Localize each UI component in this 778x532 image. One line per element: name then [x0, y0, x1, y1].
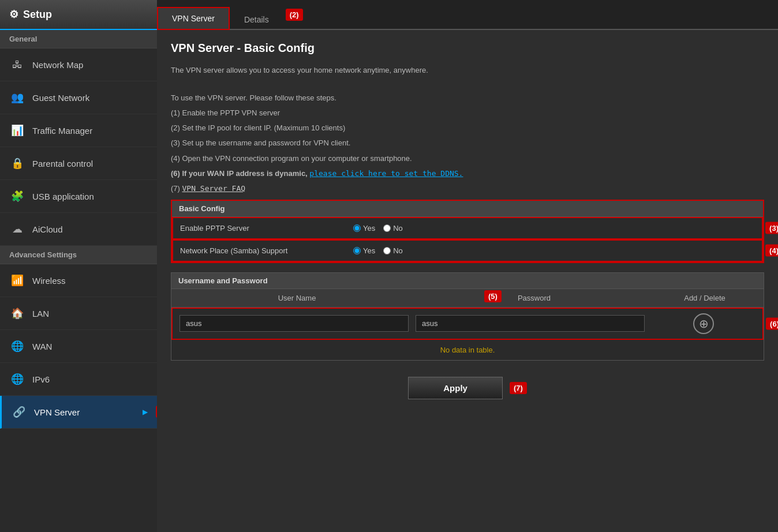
samba-label: Network Place (Samba) Support	[180, 246, 353, 255]
ipv6-icon: 🌐	[9, 371, 25, 387]
enable-pptp-yes-label: Yes	[363, 224, 375, 233]
apply-button[interactable]: Apply	[408, 377, 503, 399]
sidebar: ⚙ Setup General 🖧 Network Map 👥 Guest Ne…	[0, 0, 157, 532]
desc-line-4: (2) Set the IP pool for client IP. (Maxi…	[171, 122, 764, 134]
enable-pptp-label: Enable PPTP Server	[180, 224, 353, 233]
page-title: VPN Server - Basic Config	[171, 42, 764, 55]
username-cell	[179, 315, 409, 332]
enable-pptp-no-option[interactable]: No	[383, 224, 403, 233]
samba-yes-radio[interactable]	[353, 247, 361, 254]
ddns-link[interactable]: please click here to set the DDNS.	[309, 169, 463, 178]
badge-3: (3)	[765, 222, 778, 234]
sidebar-item-wireless[interactable]: 📶 Wireless	[0, 264, 157, 297]
samba-no-option[interactable]: No	[383, 246, 403, 255]
sidebar-item-label: VPN Server	[34, 407, 80, 417]
lan-icon: 🏠	[9, 305, 25, 321]
main-content: VPN Server Details (2) VPN Server - Basi…	[157, 0, 778, 532]
sidebar-item-label: Traffic Manager	[32, 126, 92, 136]
sidebar-item-label: AiCloud	[32, 224, 63, 234]
sidebar-item-label: WAN	[32, 342, 52, 351]
table-data-row: ⊕ (5) (6)	[171, 308, 764, 340]
general-section-title: General	[0, 30, 157, 48]
samba-controls: Yes No	[353, 246, 403, 255]
vpn-server-icon: 🔗	[11, 404, 27, 420]
tab-bar: VPN Server Details (2)	[157, 0, 778, 30]
setup-icon: ⚙	[9, 8, 18, 21]
no-data-message: No data in table.	[171, 340, 764, 360]
badge-2: (2)	[286, 9, 303, 21]
sidebar-header: ⚙ Setup	[0, 0, 157, 30]
sidebar-item-aicloud[interactable]: ☁ AiCloud	[0, 213, 157, 246]
desc-line-6: (4) Open the VPN connection program on y…	[171, 152, 764, 165]
traffic-manager-icon: 📊	[9, 122, 25, 138]
sidebar-item-ipv6[interactable]: 🌐 IPv6	[0, 363, 157, 396]
tab-details[interactable]: Details	[230, 9, 283, 30]
sidebar-item-traffic-manager[interactable]: 📊 Traffic Manager	[0, 114, 157, 147]
user-password-title: Username and Password	[171, 273, 764, 289]
description-block: The VPN server allows you to access your…	[171, 64, 764, 195]
sidebar-item-vpn-server[interactable]: 🔗 VPN Server	[0, 396, 157, 429]
badge-7: (7)	[510, 382, 527, 394]
password-cell	[416, 315, 645, 332]
enable-pptp-yes-radio[interactable]	[353, 224, 361, 232]
samba-yes-label: Yes	[363, 246, 375, 255]
sidebar-item-label: Parental control	[32, 159, 93, 168]
user-password-section: Username and Password User Name Password…	[171, 272, 764, 361]
sidebar-item-parental-control[interactable]: 🔒 Parental control	[0, 147, 157, 180]
sidebar-item-label: USB application	[32, 192, 94, 201]
desc-line-1: The VPN server allows you to access your…	[171, 64, 764, 77]
table-header: User Name Password Add / Delete	[171, 289, 764, 308]
parental-control-icon: 🔒	[9, 155, 25, 171]
enable-pptp-controls: Yes No	[353, 224, 403, 233]
content-area: VPN Server - Basic Config The VPN server…	[157, 30, 778, 532]
basic-config-title: Basic Config	[172, 201, 763, 217]
sidebar-item-guest-network[interactable]: 👥 Guest Network	[0, 81, 157, 114]
sidebar-item-lan[interactable]: 🏠 LAN	[0, 297, 157, 330]
usb-application-icon: 🧩	[9, 188, 25, 204]
desc-line-5: (3) Set up the username and password for…	[171, 137, 764, 149]
col-password-header: Password	[416, 294, 653, 302]
advanced-settings-section-title: Advanced Settings	[0, 246, 157, 264]
desc-line-2: To use the VPN server. Please follow the…	[171, 92, 764, 104]
sidebar-item-wan[interactable]: 🌐 WAN	[0, 330, 157, 363]
sidebar-item-label: Guest Network	[32, 93, 89, 103]
sidebar-item-network-map[interactable]: 🖧 Network Map	[0, 48, 157, 81]
desc-line-7: (6) If your WAN IP address is dynamic, p…	[171, 167, 764, 180]
badge-5: (5)	[484, 290, 502, 302]
sidebar-item-label: LAN	[32, 309, 49, 319]
wireless-icon: 📶	[9, 272, 25, 289]
samba-row: Network Place (Samba) Support Yes No (4)	[172, 239, 763, 262]
username-input[interactable]	[179, 315, 409, 332]
aicloud-icon: ☁	[9, 221, 25, 237]
desc-line-8: (7) VPN Server FAQ	[171, 182, 764, 195]
sidebar-item-label: Network Map	[32, 60, 83, 70]
password-input[interactable]	[416, 315, 645, 332]
desc-step6-bold: (6) If your WAN IP address is dynamic,	[171, 169, 308, 178]
desc-line-3: (1) Enable the PPTP VPN server	[171, 107, 764, 119]
sidebar-header-label: Setup	[23, 9, 52, 21]
wan-icon: 🌐	[9, 338, 25, 354]
enable-pptp-no-label: No	[393, 224, 403, 233]
col-adddel-header: Add / Delete	[653, 294, 757, 302]
apply-row: Apply (7)	[171, 370, 764, 402]
sidebar-item-label: IPv6	[32, 374, 50, 384]
enable-pptp-no-radio[interactable]	[383, 224, 391, 232]
badge-4: (4)	[765, 245, 778, 257]
sidebar-item-label: Wireless	[32, 276, 66, 286]
sidebar-item-usb-application[interactable]: 🧩 USB application	[0, 180, 157, 213]
add-user-button[interactable]: ⊕	[693, 313, 714, 334]
network-map-icon: 🖧	[9, 57, 25, 73]
basic-config-section: Basic Config Enable PPTP Server Yes No (…	[171, 200, 764, 263]
samba-no-radio[interactable]	[383, 247, 391, 254]
col-username-header: User Name	[178, 294, 416, 302]
badge-6: (6)	[766, 317, 778, 329]
tab-vpn-server[interactable]: VPN Server	[157, 7, 230, 30]
adddel-cell: ⊕	[652, 313, 755, 334]
samba-yes-option[interactable]: Yes	[353, 246, 375, 255]
enable-pptp-yes-option[interactable]: Yes	[353, 224, 375, 233]
vpn-faq-link[interactable]: VPN Server FAQ	[182, 184, 246, 193]
guest-network-icon: 👥	[9, 89, 25, 106]
enable-pptp-row: Enable PPTP Server Yes No (3)	[172, 217, 763, 239]
samba-no-label: No	[393, 246, 403, 255]
